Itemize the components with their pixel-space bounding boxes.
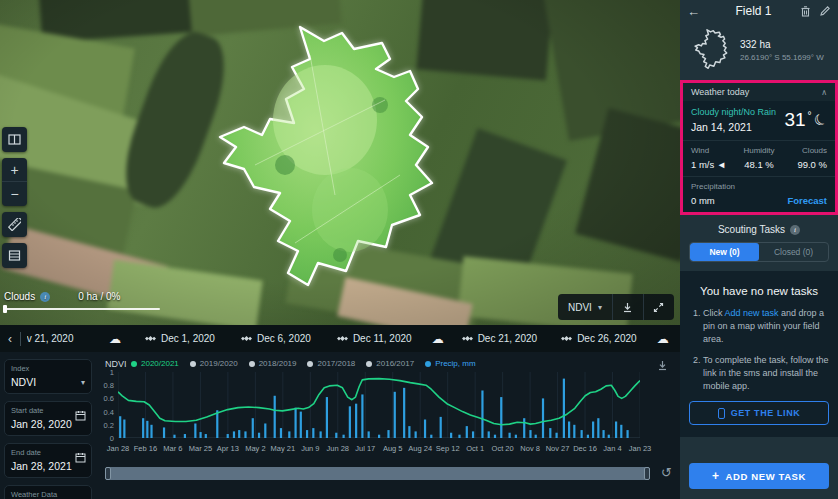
index-select[interactable]: Index NDVI ▾ xyxy=(4,359,92,394)
precip-bar xyxy=(394,392,396,438)
cloudy-date-icon[interactable]: ☁ xyxy=(432,332,444,346)
fullscreen-button[interactable] xyxy=(644,294,674,320)
precip-bar xyxy=(199,432,201,438)
layer-select[interactable]: NDVI ▾ xyxy=(558,294,612,320)
precip-bar xyxy=(488,431,490,438)
chevron-down-icon: ▾ xyxy=(81,378,85,387)
measure-button[interactable] xyxy=(2,212,27,237)
x-tick: Nov 8 xyxy=(520,444,540,453)
x-tick: May 21 xyxy=(271,444,296,453)
precip-bar xyxy=(415,431,417,438)
timeline-prev-button[interactable]: ‹ xyxy=(0,332,20,346)
precip-bar xyxy=(581,430,583,438)
map-layer-control: NDVI ▾ xyxy=(558,294,674,320)
precip-bar xyxy=(335,433,337,438)
precip-bar xyxy=(450,433,452,438)
timeline-date[interactable]: Dec 11, 2020 xyxy=(337,333,412,344)
reset-zoom-button[interactable]: ↺ xyxy=(661,465,672,480)
legend-item-2016-2017[interactable]: 2016/2017 xyxy=(366,359,414,368)
satellite-icon xyxy=(241,333,252,344)
moon-icon: ☾ xyxy=(810,109,830,131)
precip-bar xyxy=(150,425,152,438)
legend-item-2020-2021[interactable]: 2020/2021 xyxy=(131,359,179,368)
get-the-link-button[interactable]: GET THE LINK xyxy=(689,401,829,425)
task-instruction-2: To complete the task, follow the link in… xyxy=(703,354,829,393)
legend-item-precip--mm[interactable]: Precip, mm xyxy=(425,359,475,368)
ndvi-chart-plot[interactable] xyxy=(118,372,640,438)
add-new-task-button[interactable]: + ADD NEW TASK xyxy=(689,463,829,489)
clouds-filter: Clouds i 0 ha / 0% xyxy=(4,291,174,310)
precip-bar xyxy=(300,412,302,438)
timeline-date[interactable]: Dec 6, 2020 xyxy=(241,333,311,344)
info-icon[interactable]: i xyxy=(790,225,800,235)
weather-data-select[interactable]: Weather Data Moisture ▾ xyxy=(4,485,92,499)
precip-bar xyxy=(535,435,537,438)
precip-bar xyxy=(233,431,235,438)
legend-item-2018-2019[interactable]: 2018/2019 xyxy=(249,359,297,368)
scouting-tasks-header: Scouting Tasks xyxy=(718,224,785,235)
compare-view-button[interactable] xyxy=(2,127,27,152)
zoom-in-button[interactable]: + xyxy=(2,158,27,182)
precip-bar xyxy=(184,434,186,438)
x-tick: Jan 23 xyxy=(629,444,652,453)
timeline-date[interactable]: Dec 26, 2020 xyxy=(561,333,637,344)
timeline-date[interactable]: Nov 21, 2020 xyxy=(27,333,87,344)
legend-item-2017-2018[interactable]: 2017/2018 xyxy=(307,359,355,368)
end-date-picker[interactable]: End date Jan 28, 2021 xyxy=(4,443,92,478)
precip-bar xyxy=(555,433,557,438)
precip-bar xyxy=(205,434,207,438)
cloudy-date-icon[interactable]: ☁ xyxy=(109,332,121,346)
legend-dot xyxy=(425,361,431,367)
split-view-icon xyxy=(8,133,21,146)
back-button[interactable]: ← xyxy=(687,4,707,19)
weather-data-label: Weather Data xyxy=(11,490,85,499)
download-icon xyxy=(622,302,633,313)
precip-bar xyxy=(258,433,260,438)
x-tick: Jun 28 xyxy=(327,444,350,453)
clouds-slider-handle[interactable] xyxy=(3,305,7,313)
precip-bar xyxy=(326,397,328,438)
x-tick: Oct 20 xyxy=(492,444,514,453)
zoom-out-button[interactable]: − xyxy=(2,182,27,206)
timeline-date[interactable]: Dec 21, 2020 xyxy=(462,333,538,344)
map-toolbar: + − xyxy=(2,127,27,268)
forecast-link[interactable]: Forecast xyxy=(787,195,827,206)
edit-field-button pencil-icon[interactable] xyxy=(819,5,831,17)
field-title: Field 1 xyxy=(707,4,800,18)
field-polygon-ndvi-overlay[interactable] xyxy=(200,15,440,310)
range-handle-right[interactable] xyxy=(644,467,650,480)
info-icon[interactable]: i xyxy=(40,292,50,302)
precip-bar xyxy=(252,418,254,438)
delete-field-button trash-icon[interactable] xyxy=(800,5,811,17)
layers-button[interactable] xyxy=(2,243,27,268)
download-map-button[interactable] xyxy=(613,294,643,320)
range-handle-left[interactable] xyxy=(105,467,111,480)
x-tick: Dec 16 xyxy=(573,444,597,453)
clouds-value: 0 ha / 0% xyxy=(78,291,120,302)
add-new-task-link[interactable]: Add new task xyxy=(725,308,779,318)
cloudy-date-icon[interactable]: ☁ xyxy=(657,332,669,346)
chart-range-scrollbar[interactable] xyxy=(105,467,650,480)
task-tabs: New (0) Closed (0) xyxy=(689,242,829,262)
clouds-slider[interactable] xyxy=(4,308,160,310)
x-tick: Oct 1 xyxy=(466,444,484,453)
humidity-metric: Humidity 48.1 % xyxy=(736,146,781,170)
tab-new-tasks[interactable]: New (0) xyxy=(690,243,759,261)
satellite-map[interactable]: + − Clouds i 0 ha / xyxy=(0,0,680,325)
legend-item-2019-2020[interactable]: 2019/2020 xyxy=(190,359,238,368)
collapse-weather-button chevron-up-icon[interactable]: ∧ xyxy=(821,88,827,97)
x-tick: Aug 5 xyxy=(383,444,403,453)
precip-bar xyxy=(355,404,357,438)
precip-bar xyxy=(142,418,144,438)
start-date-picker[interactable]: Start date Jan 28, 2020 xyxy=(4,401,92,436)
precip-bar xyxy=(597,418,599,438)
timeline-date-label: Dec 26, 2020 xyxy=(577,333,637,344)
download-chart-button[interactable] xyxy=(657,357,668,375)
timeline-date[interactable]: Dec 1, 2020 xyxy=(145,333,215,344)
clouds-metric: Clouds 99.0 % xyxy=(782,146,827,170)
y-tick: 0.6 xyxy=(104,394,114,403)
tab-closed-tasks[interactable]: Closed (0) xyxy=(759,243,828,261)
field-outline-icon xyxy=(690,28,730,72)
x-tick: Jan 4 xyxy=(603,444,621,453)
wind-metric: Wind 1 m/s ◄ xyxy=(691,146,736,170)
